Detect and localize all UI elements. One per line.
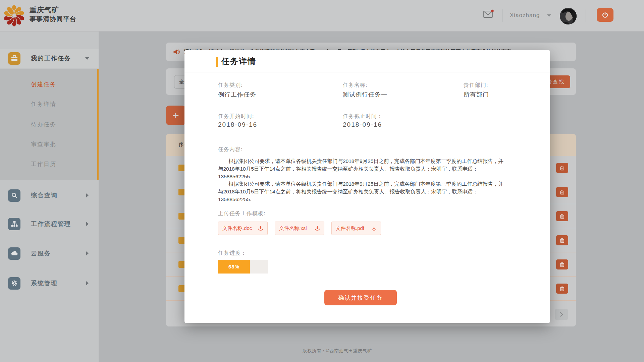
- task-detail-modal: 任务详情 任务类别: 例行工作任务 任务名称: 测试例行任务一 责任部门: 所有…: [184, 50, 550, 323]
- modal-title: 任务详情: [221, 56, 256, 67]
- task-category-value: 例行工作任务: [218, 90, 256, 99]
- upload-template-label: 上传任务工作模板:: [218, 210, 265, 217]
- progress-bar: 68%: [218, 260, 268, 274]
- attachment-doc[interactable]: 文件名称.doc: [218, 222, 268, 235]
- task-content-paragraph: 根据集团公司要求，请本单位各级机关责任部门与2018年9月25日之前，完成各部门…: [218, 157, 508, 180]
- application-window: 重庆气矿 事事清协同平台 Xiaozhang: [0, 0, 644, 362]
- attachment-name: 文件名称.doc: [222, 225, 257, 232]
- task-name-value: 测试例行任务一: [343, 90, 387, 99]
- progress-percent: 68%: [228, 264, 239, 269]
- task-end-value: 2018-09-16: [343, 121, 382, 128]
- task-end-label: 任务截止时间：: [343, 113, 383, 120]
- attachment-pdf[interactable]: 文件名称.pdf: [331, 222, 381, 235]
- task-start-value: 2018-09-16: [218, 121, 257, 128]
- task-dept-label: 责任部门:: [464, 82, 488, 89]
- task-category-label: 任务类别:: [218, 82, 243, 89]
- attachment-name: 文件名称.pdf: [336, 225, 371, 232]
- task-content-label: 任务内容:: [218, 146, 243, 153]
- modal-divider: [184, 72, 550, 72]
- task-content-paragraph: 根据集团公司要求，请本单位各级机关责任部门与2018年9月25日之前，完成各部门…: [218, 180, 508, 203]
- attachment-xsl[interactable]: 文件名称.xsl: [275, 222, 324, 235]
- task-progress-label: 任务进度：: [218, 250, 247, 257]
- download-icon: [257, 225, 264, 232]
- download-icon: [314, 225, 321, 232]
- confirm-accept-task-button[interactable]: 确认并接受任务: [324, 290, 397, 305]
- task-start-label: 任务开始时间:: [218, 113, 254, 120]
- download-icon: [371, 225, 377, 232]
- task-name-label: 任务名称:: [343, 82, 367, 89]
- task-dept-value: 所有部门: [464, 90, 489, 99]
- title-accent-bar: [216, 57, 218, 67]
- attachment-name: 文件名称.xsl: [279, 225, 314, 232]
- progress-fill: 68%: [218, 260, 250, 274]
